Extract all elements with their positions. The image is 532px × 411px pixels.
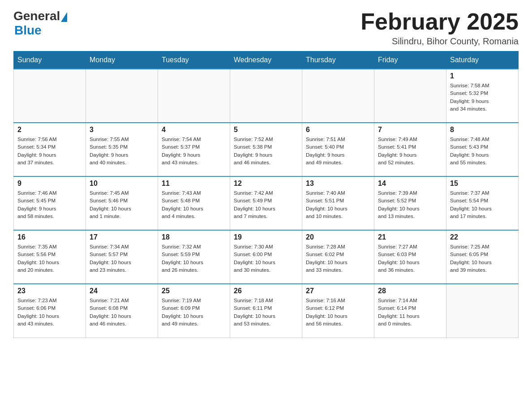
day-info: Sunrise: 7:23 AM Sunset: 6:06 PM Dayligh…	[17, 297, 82, 328]
calendar-cell: 27Sunrise: 7:16 AM Sunset: 6:12 PM Dayli…	[302, 284, 374, 338]
day-number: 12	[234, 180, 298, 188]
day-number: 3	[90, 126, 154, 134]
calendar-cell: 15Sunrise: 7:37 AM Sunset: 5:54 PM Dayli…	[446, 176, 519, 230]
day-info: Sunrise: 7:34 AM Sunset: 5:57 PM Dayligh…	[90, 243, 154, 274]
calendar-cell: 4Sunrise: 7:54 AM Sunset: 5:37 PM Daylig…	[158, 123, 230, 176]
calendar-cell: 14Sunrise: 7:39 AM Sunset: 5:52 PM Dayli…	[374, 176, 446, 230]
day-number: 15	[450, 180, 515, 188]
day-info: Sunrise: 7:55 AM Sunset: 5:35 PM Dayligh…	[90, 136, 154, 167]
day-info: Sunrise: 7:27 AM Sunset: 6:03 PM Dayligh…	[378, 243, 442, 274]
day-info: Sunrise: 7:52 AM Sunset: 5:38 PM Dayligh…	[234, 136, 298, 167]
calendar-week-row-3: 9Sunrise: 7:46 AM Sunset: 5:45 PM Daylig…	[14, 176, 519, 230]
day-info: Sunrise: 7:46 AM Sunset: 5:45 PM Dayligh…	[17, 189, 82, 220]
calendar-cell: 28Sunrise: 7:14 AM Sunset: 6:14 PM Dayli…	[374, 284, 446, 338]
logo-triangle-icon	[61, 12, 67, 22]
calendar-cell: 16Sunrise: 7:35 AM Sunset: 5:56 PM Dayli…	[14, 230, 86, 284]
day-info: Sunrise: 7:51 AM Sunset: 5:40 PM Dayligh…	[306, 136, 370, 167]
calendar-cell: 19Sunrise: 7:30 AM Sunset: 6:00 PM Dayli…	[230, 230, 302, 284]
calendar-week-row-2: 2Sunrise: 7:56 AM Sunset: 5:34 PM Daylig…	[14, 123, 519, 176]
calendar-cell: 25Sunrise: 7:19 AM Sunset: 6:09 PM Dayli…	[158, 284, 230, 338]
calendar-cell: 22Sunrise: 7:25 AM Sunset: 6:05 PM Dayli…	[446, 230, 519, 284]
calendar-cell: 23Sunrise: 7:23 AM Sunset: 6:06 PM Dayli…	[14, 284, 86, 338]
calendar-cell	[302, 69, 374, 123]
calendar-header-thursday: Thursday	[302, 51, 374, 69]
calendar-table: SundayMondayTuesdayWednesdayThursdayFrid…	[13, 51, 519, 338]
day-info: Sunrise: 7:37 AM Sunset: 5:54 PM Dayligh…	[450, 189, 515, 220]
calendar-cell: 6Sunrise: 7:51 AM Sunset: 5:40 PM Daylig…	[302, 123, 374, 176]
calendar-cell: 9Sunrise: 7:46 AM Sunset: 5:45 PM Daylig…	[14, 176, 86, 230]
day-number: 17	[90, 233, 154, 241]
day-number: 19	[234, 233, 298, 241]
day-info: Sunrise: 7:45 AM Sunset: 5:46 PM Dayligh…	[90, 189, 154, 220]
day-number: 13	[306, 180, 370, 188]
day-info: Sunrise: 7:30 AM Sunset: 6:00 PM Dayligh…	[234, 243, 298, 274]
day-number: 16	[17, 233, 82, 241]
day-info: Sunrise: 7:39 AM Sunset: 5:52 PM Dayligh…	[378, 189, 442, 220]
page-header: General Blue February 2025 Silindru, Bih…	[13, 9, 519, 47]
day-number: 22	[450, 233, 515, 241]
calendar-cell: 8Sunrise: 7:48 AM Sunset: 5:43 PM Daylig…	[446, 123, 519, 176]
calendar-cell: 26Sunrise: 7:18 AM Sunset: 6:11 PM Dayli…	[230, 284, 302, 338]
calendar-cell: 11Sunrise: 7:43 AM Sunset: 5:48 PM Dayli…	[158, 176, 230, 230]
calendar-cell: 7Sunrise: 7:49 AM Sunset: 5:41 PM Daylig…	[374, 123, 446, 176]
day-number: 28	[378, 287, 442, 295]
calendar-cell: 12Sunrise: 7:42 AM Sunset: 5:49 PM Dayli…	[230, 176, 302, 230]
day-number: 23	[17, 287, 82, 295]
day-number: 21	[378, 233, 442, 241]
calendar-cell	[158, 69, 230, 123]
calendar-week-row-4: 16Sunrise: 7:35 AM Sunset: 5:56 PM Dayli…	[14, 230, 519, 284]
calendar-header-monday: Monday	[86, 51, 158, 69]
day-info: Sunrise: 7:58 AM Sunset: 5:32 PM Dayligh…	[450, 82, 515, 113]
calendar-week-row-1: 1Sunrise: 7:58 AM Sunset: 5:32 PM Daylig…	[14, 69, 519, 123]
logo-general-text: General	[13, 9, 60, 23]
day-info: Sunrise: 7:28 AM Sunset: 6:02 PM Dayligh…	[306, 243, 370, 274]
day-number: 9	[17, 180, 82, 188]
title-section: February 2025 Silindru, Bihor County, Ro…	[360, 9, 519, 47]
day-info: Sunrise: 7:25 AM Sunset: 6:05 PM Dayligh…	[450, 243, 515, 274]
calendar-header-wednesday: Wednesday	[230, 51, 302, 69]
logo-blue-text: Blue	[14, 23, 42, 38]
day-number: 18	[162, 233, 226, 241]
calendar-cell	[230, 69, 302, 123]
day-number: 5	[234, 126, 298, 134]
day-info: Sunrise: 7:49 AM Sunset: 5:41 PM Dayligh…	[378, 136, 442, 167]
calendar-cell: 10Sunrise: 7:45 AM Sunset: 5:46 PM Dayli…	[86, 176, 158, 230]
calendar-header-friday: Friday	[374, 51, 446, 69]
day-info: Sunrise: 7:48 AM Sunset: 5:43 PM Dayligh…	[450, 136, 515, 167]
day-info: Sunrise: 7:32 AM Sunset: 5:59 PM Dayligh…	[162, 243, 226, 274]
location-text: Silindru, Bihor County, Romania	[360, 36, 519, 47]
calendar-cell: 3Sunrise: 7:55 AM Sunset: 5:35 PM Daylig…	[86, 123, 158, 176]
calendar-header-row: SundayMondayTuesdayWednesdayThursdayFrid…	[14, 51, 519, 69]
calendar-cell: 20Sunrise: 7:28 AM Sunset: 6:02 PM Dayli…	[302, 230, 374, 284]
day-info: Sunrise: 7:54 AM Sunset: 5:37 PM Dayligh…	[162, 136, 226, 167]
calendar-week-row-5: 23Sunrise: 7:23 AM Sunset: 6:06 PM Dayli…	[14, 284, 519, 338]
day-number: 20	[306, 233, 370, 241]
day-info: Sunrise: 7:14 AM Sunset: 6:14 PM Dayligh…	[378, 297, 442, 328]
calendar-cell: 2Sunrise: 7:56 AM Sunset: 5:34 PM Daylig…	[14, 123, 86, 176]
day-number: 1	[450, 72, 515, 80]
month-title: February 2025	[360, 9, 519, 34]
day-number: 27	[306, 287, 370, 295]
day-number: 10	[90, 180, 154, 188]
calendar-header-saturday: Saturday	[446, 51, 519, 69]
day-number: 14	[378, 180, 442, 188]
day-number: 6	[306, 126, 370, 134]
calendar-cell: 18Sunrise: 7:32 AM Sunset: 5:59 PM Dayli…	[158, 230, 230, 284]
day-info: Sunrise: 7:43 AM Sunset: 5:48 PM Dayligh…	[162, 189, 226, 220]
calendar-cell: 1Sunrise: 7:58 AM Sunset: 5:32 PM Daylig…	[446, 69, 519, 123]
calendar-cell: 17Sunrise: 7:34 AM Sunset: 5:57 PM Dayli…	[86, 230, 158, 284]
day-number: 25	[162, 287, 226, 295]
calendar-cell: 13Sunrise: 7:40 AM Sunset: 5:51 PM Dayli…	[302, 176, 374, 230]
day-info: Sunrise: 7:19 AM Sunset: 6:09 PM Dayligh…	[162, 297, 226, 328]
calendar-header-tuesday: Tuesday	[158, 51, 230, 69]
day-number: 26	[234, 287, 298, 295]
day-number: 11	[162, 180, 226, 188]
calendar-header-sunday: Sunday	[14, 51, 86, 69]
day-number: 24	[90, 287, 154, 295]
day-info: Sunrise: 7:21 AM Sunset: 6:08 PM Dayligh…	[90, 297, 154, 328]
day-number: 7	[378, 126, 442, 134]
calendar-cell	[86, 69, 158, 123]
logo: General Blue	[13, 9, 67, 38]
day-info: Sunrise: 7:40 AM Sunset: 5:51 PM Dayligh…	[306, 189, 370, 220]
calendar-cell	[446, 284, 519, 338]
